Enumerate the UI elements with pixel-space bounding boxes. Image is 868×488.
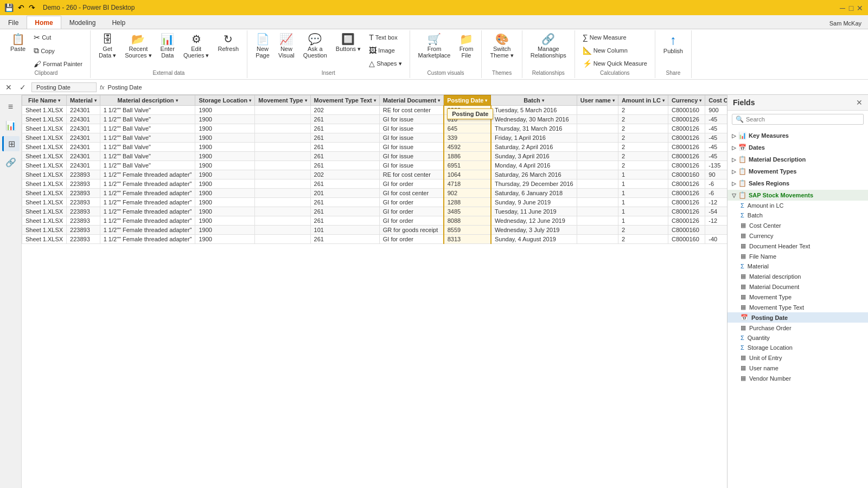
table-row[interactable]: Sheet 1.XLSX2238931 1/2"" Female threade…: [22, 170, 727, 179]
col-batch[interactable]: Batch ▾: [491, 95, 577, 106]
enter-data-button[interactable]: 📊 EnterData: [157, 31, 178, 61]
new-page-button[interactable]: 📄 NewPage: [252, 31, 273, 61]
maximize-button[interactable]: □: [847, 4, 855, 11]
buttons-button[interactable]: 🔲 Buttons ▾: [332, 31, 365, 55]
data-table-container[interactable]: File Name ▾ Material ▾ Material descript…: [22, 95, 727, 488]
field-item-purchase-order[interactable]: ▦ Purchase Order: [727, 323, 868, 333]
field-item-user-name[interactable]: ▦ User name: [727, 363, 868, 373]
field-item-unit-of-entry[interactable]: ▦ Unit of Entry: [727, 352, 868, 363]
table-row[interactable]: Sheet 1.XLSX2238931 1/2"" Female threade…: [22, 207, 727, 216]
tab-modeling[interactable]: Modeling: [61, 16, 104, 29]
table-row[interactable]: Sheet 1.XLSX2243011 1/2"" Ball Valve"190…: [22, 106, 727, 115]
table-row[interactable]: Sheet 1.XLSX2243011 1/2"" Ball Valve"190…: [22, 143, 727, 152]
field-item-cost-center[interactable]: ▦ Cost Center: [727, 220, 868, 230]
col-user-name[interactable]: User name ▾: [577, 95, 618, 106]
confirm-formula-button[interactable]: ✓: [17, 83, 28, 92]
shapes-button[interactable]: △ Shapes ▾: [366, 57, 405, 69]
field-item-movement-type[interactable]: ▦ Movement Type: [727, 292, 868, 302]
text-box-button[interactable]: T Text box: [366, 31, 405, 43]
col-cost-center[interactable]: Cost Center ▾: [705, 95, 727, 106]
tab-help[interactable]: Help: [104, 16, 133, 29]
field-item-material-document[interactable]: ▦ Material Document: [727, 281, 868, 292]
search-box[interactable]: 🔍: [732, 114, 864, 125]
table-row[interactable]: Sheet 1.XLSX2243011 1/2"" Ball Valve"190…: [22, 115, 727, 124]
col-amount-in-lc[interactable]: Amount in LC ▾: [618, 95, 668, 106]
quick-access-undo[interactable]: ↶: [18, 3, 24, 12]
field-group-sales-regions-header[interactable]: ▷ 📋 Sales Regions: [727, 178, 868, 189]
table-row[interactable]: Sheet 1.XLSX2238931 1/2"" Female threade…: [22, 235, 727, 244]
field-item-quantity[interactable]: Σ Quantity: [727, 333, 868, 343]
sidebar-report-icon[interactable]: 📊: [2, 118, 20, 133]
minimize-button[interactable]: ─: [839, 4, 846, 11]
purchase-order-icon: ▦: [741, 324, 746, 331]
col-currency[interactable]: Currency ▾: [668, 95, 705, 106]
field-item-storage-location[interactable]: Σ Storage Location: [727, 343, 868, 352]
new-measure-button[interactable]: ∑ New Measure: [579, 31, 650, 43]
table-row[interactable]: Sheet 1.XLSX2238931 1/2"" Female threade…: [22, 189, 727, 198]
recent-sources-button[interactable]: 📂 RecentSources ▾: [121, 31, 155, 61]
formula-input[interactable]: [108, 84, 865, 91]
field-item-currency[interactable]: ▦ Currency: [727, 230, 868, 241]
col-material-description[interactable]: Material description ▾: [100, 95, 195, 106]
switch-theme-button[interactable]: 🎨 SwitchTheme ▾: [486, 31, 517, 61]
table-row[interactable]: Sheet 1.XLSX2238931 1/2"" Female threade…: [22, 198, 727, 207]
col-material[interactable]: Material ▾: [67, 95, 100, 106]
field-item-vendor-number[interactable]: ▦ Vendor Number: [727, 373, 868, 383]
from-file-button[interactable]: 📁 FromFile: [455, 31, 477, 61]
fields-close-button[interactable]: ✕: [856, 98, 863, 107]
new-quick-measure-button[interactable]: ⚡ New Quick Measure: [579, 57, 650, 69]
table-row[interactable]: Sheet 1.XLSX2238931 1/2"" Female threade…: [22, 226, 727, 235]
field-item-file-name[interactable]: ▦ File Name: [727, 251, 868, 261]
new-visual-button[interactable]: 📈 NewVisual: [275, 31, 298, 61]
field-item-movement-type-text[interactable]: ▦ Movement Type Text: [727, 302, 868, 312]
fields-search-input[interactable]: [744, 116, 860, 123]
table-row[interactable]: Sheet 1.XLSX2238931 1/2"" Female threade…: [22, 216, 727, 226]
field-item-material[interactable]: Σ Material: [727, 261, 868, 271]
copy-button[interactable]: ⧉ Copy: [30, 44, 86, 57]
ask-question-button[interactable]: 💬 Ask aQuestion: [299, 31, 331, 61]
table-cell: Sheet 1.XLSX: [22, 179, 67, 189]
sidebar-model-icon[interactable]: 🔗: [2, 155, 20, 170]
table-row[interactable]: Sheet 1.XLSX2243011 1/2"" Ball Valve"190…: [22, 161, 727, 170]
col-material-document[interactable]: Material Document ▾: [379, 95, 443, 106]
tab-home[interactable]: Home: [27, 16, 61, 29]
table-row[interactable]: Sheet 1.XLSX2243011 1/2"" Ball Valve"190…: [22, 152, 727, 161]
tab-file[interactable]: File: [0, 16, 27, 29]
table-row[interactable]: Sheet 1.XLSX2238931 1/2"" Female threade…: [22, 179, 727, 189]
paste-button[interactable]: 📋 Paste: [7, 31, 29, 54]
format-painter-button[interactable]: 🖌 Format Painter: [30, 58, 86, 70]
sidebar-data-icon[interactable]: ⊞: [2, 136, 20, 151]
close-button[interactable]: ✕: [856, 4, 864, 11]
edit-queries-button[interactable]: ⚙ EditQueries ▾: [180, 31, 213, 61]
field-group-sap-stock-movements-header[interactable]: ▽ 📋 SAP Stock Movements: [727, 190, 868, 201]
col-movement-type[interactable]: Movement Type ▾: [255, 95, 310, 106]
new-column-button[interactable]: 📐 New Column: [579, 44, 650, 56]
publish-button[interactable]: ↑ Publish: [660, 31, 687, 56]
field-item-material-description[interactable]: ▦ Material description: [727, 271, 868, 281]
image-button[interactable]: 🖼 Image: [366, 44, 405, 56]
from-marketplace-button[interactable]: 🛒 FromMarketplace: [414, 31, 455, 61]
cancel-formula-button[interactable]: ✕: [3, 83, 14, 92]
refresh-button[interactable]: ↻ Refresh: [214, 31, 242, 54]
quick-access-save[interactable]: 💾: [4, 3, 14, 12]
table-row[interactable]: Sheet 1.XLSX2243011 1/2"" Ball Valve"190…: [22, 133, 727, 143]
field-item-document-header-text[interactable]: ▦ Document Header Text: [727, 241, 868, 251]
field-group-material-description-header[interactable]: ▷ 📋 Material Description: [727, 154, 868, 165]
field-group-movement-types-header[interactable]: ▷ 📋 Movement Types: [727, 166, 868, 177]
sidebar-nav-icon[interactable]: ≡: [2, 99, 20, 114]
field-item-batch[interactable]: Σ Batch: [727, 210, 868, 220]
field-item-amount-in-lc[interactable]: Σ Amount in LC: [727, 201, 868, 210]
quick-access-redo[interactable]: ↷: [29, 3, 35, 12]
col-file-name[interactable]: File Name ▾: [22, 95, 67, 106]
manage-relationships-button[interactable]: 🔗 ManageRelationships: [527, 31, 570, 61]
get-data-button[interactable]: 🗄 GetData ▾: [95, 31, 120, 61]
table-row[interactable]: Sheet 1.XLSX2243011 1/2"" Ball Valve"190…: [22, 124, 727, 133]
table-cell: C8000160: [668, 170, 705, 179]
field-group-key-measures-header[interactable]: ▷ 📊 Key Measures: [727, 130, 868, 141]
col-storage-location[interactable]: Storage Location ▾: [195, 95, 255, 106]
cut-button[interactable]: ✂ Cut: [30, 31, 86, 43]
col-movement-type-text[interactable]: Movement Type Text ▾: [310, 95, 379, 106]
field-item-posting-date[interactable]: 📅 Posting Date: [727, 312, 868, 323]
field-group-dates-header[interactable]: ▷ 📅 Dates: [727, 142, 868, 153]
col-posting-date[interactable]: Posting Date ▾ Posting Date: [444, 95, 491, 106]
